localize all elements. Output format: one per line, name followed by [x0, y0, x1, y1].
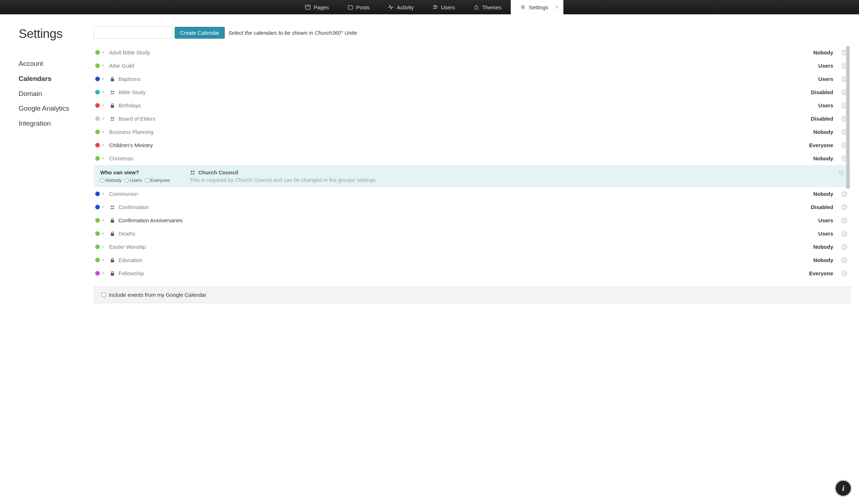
color-dot[interactable]: [95, 130, 100, 134]
calendar-name: Communion: [109, 191, 813, 197]
calendar-row[interactable]: ▾Children's MinistryEveryone: [94, 139, 850, 152]
color-dot[interactable]: [95, 143, 100, 147]
sidebar-item-domain[interactable]: Domain: [19, 89, 75, 98]
calendar-name: Business Planning: [109, 129, 813, 135]
remove-button[interactable]: [841, 191, 848, 197]
calendar-row[interactable]: ▾CommunionNobody: [94, 187, 850, 200]
color-dot[interactable]: [95, 50, 100, 55]
nav-pages[interactable]: Pages: [296, 0, 338, 14]
group-icon: [109, 90, 116, 95]
color-dot[interactable]: [95, 116, 100, 121]
calendar-name-input[interactable]: [94, 26, 173, 39]
color-dot[interactable]: [95, 205, 100, 209]
remove-button[interactable]: [841, 231, 848, 237]
sidebar-item-account[interactable]: Account: [19, 59, 75, 68]
calendar-row[interactable]: ▾Business PlanningNobody: [94, 125, 850, 139]
chevron-down-icon[interactable]: ▾: [102, 63, 104, 68]
sidebar-item-integration[interactable]: Integration: [19, 119, 75, 128]
close-tab-icon[interactable]: ✕: [555, 4, 559, 10]
page-icon: [305, 4, 311, 10]
chevron-down-icon[interactable]: ▾: [102, 143, 104, 147]
calendar-row[interactable]: ▾Easter WorshipNobody: [94, 240, 850, 253]
calendar-row[interactable]: ▾BirthdaysUsers: [94, 99, 850, 112]
chevron-down-icon[interactable]: ▾: [102, 116, 104, 121]
color-dot[interactable]: [95, 231, 100, 236]
calendar-row[interactable]: ▾Altar GuildUsers: [94, 59, 850, 72]
visibility-label: Nobody: [813, 129, 833, 135]
calendar-row[interactable]: ▾EducationNobody: [94, 253, 850, 267]
users-icon: [432, 4, 438, 10]
calendar-row[interactable]: ▾ChristmasNobody: [94, 152, 850, 165]
posts-icon: [348, 4, 353, 10]
content: Create Calendar Select the calendars to …: [75, 26, 859, 303]
calendar-name: Deaths: [118, 231, 818, 237]
top-nav: Pages Posts Activity Users Themes Settin…: [0, 0, 859, 14]
color-dot[interactable]: [95, 258, 100, 262]
who-can-view-title: Who can view?: [100, 169, 190, 175]
nav-users[interactable]: Users: [423, 0, 464, 14]
sidebar-item-calendars[interactable]: Calendars: [19, 74, 75, 83]
who-option-everyone[interactable]: Everyone: [145, 178, 170, 183]
who-can-view-options: Nobody Users Everyone: [100, 178, 190, 183]
calendar-row[interactable]: ▾Board of EldersDisabled: [94, 112, 850, 125]
calendar-name: Altar Guild: [109, 63, 818, 69]
lock-icon: [109, 271, 116, 276]
calendar-row[interactable]: ▾Adult Bible StudyNobody: [94, 46, 850, 59]
nav-themes[interactable]: Themes: [464, 0, 511, 14]
chevron-down-icon[interactable]: ▾: [102, 244, 104, 249]
chevron-down-icon[interactable]: ▾: [102, 103, 104, 108]
scrollbar[interactable]: [846, 46, 850, 189]
lock-icon: [109, 231, 116, 236]
chevron-down-icon[interactable]: ▾: [102, 192, 104, 196]
chevron-down-icon[interactable]: ▾: [102, 156, 104, 161]
chevron-down-icon[interactable]: ▾: [102, 77, 104, 81]
remove-button[interactable]: [841, 257, 848, 263]
calendar-name: Board of Elders: [118, 116, 811, 122]
chevron-down-icon[interactable]: ▾: [102, 258, 104, 262]
color-dot[interactable]: [95, 103, 100, 108]
color-dot[interactable]: [95, 244, 100, 249]
chevron-down-icon[interactable]: ▾: [102, 231, 104, 236]
remove-button[interactable]: [841, 204, 848, 210]
calendar-name: Confirmation Anniversaries: [118, 217, 818, 223]
remove-button[interactable]: [841, 217, 848, 224]
nav-label: Posts: [356, 4, 370, 10]
color-dot[interactable]: [95, 90, 100, 94]
color-dot[interactable]: [95, 63, 100, 68]
calendar-row[interactable]: ▾DeathsUsers: [94, 227, 850, 240]
chevron-down-icon[interactable]: ▾: [102, 90, 104, 94]
color-dot[interactable]: [95, 156, 100, 161]
remove-button[interactable]: [841, 244, 848, 250]
chevron-down-icon[interactable]: ▾: [102, 218, 104, 223]
nav-settings[interactable]: Settings ✕: [511, 0, 563, 14]
color-dot[interactable]: [95, 192, 100, 196]
color-dot[interactable]: [95, 218, 100, 223]
calendar-row[interactable]: ▾BaptismsUsers: [94, 72, 850, 86]
calendar-row[interactable]: ▾ConfirmationDisabled: [94, 200, 850, 214]
include-gcal-checkbox[interactable]: [101, 292, 106, 297]
create-calendar-button[interactable]: Create Calendar: [175, 27, 225, 39]
color-dot[interactable]: [95, 77, 100, 81]
nav-activity[interactable]: Activity: [379, 0, 423, 14]
close-expanded-icon[interactable]: [838, 169, 845, 178]
nav-posts[interactable]: Posts: [338, 0, 379, 14]
who-option-users[interactable]: Users: [125, 178, 142, 183]
calendar-name: Adult Bible Study: [109, 49, 813, 55]
who-option-nobody[interactable]: Nobody: [100, 178, 122, 183]
color-dot[interactable]: [95, 271, 100, 276]
calendar-row[interactable]: ▾FellowshipEveryone: [94, 267, 850, 280]
lock-icon: [109, 77, 116, 82]
chevron-down-icon[interactable]: ▾: [102, 50, 104, 55]
chevron-down-icon[interactable]: ▾: [102, 130, 104, 134]
calendar-name: Easter Worship: [109, 244, 813, 250]
themes-icon: [474, 4, 479, 10]
remove-button[interactable]: [841, 270, 848, 277]
calendar-row[interactable]: ▾Bible StudyDisabled: [94, 86, 850, 99]
visibility-label: Users: [818, 76, 833, 82]
sidebar-item-google-analytics[interactable]: Google Analytics: [19, 104, 75, 113]
chevron-down-icon[interactable]: ▾: [102, 205, 104, 209]
calendar-list: ▾Adult Bible StudyNobody▾Altar GuildUser…: [94, 46, 850, 165]
include-gcal-label: Include events from my Google Calendar: [109, 292, 207, 298]
calendar-row[interactable]: ▾Confirmation AnniversariesUsers: [94, 214, 850, 227]
chevron-down-icon[interactable]: ▾: [102, 271, 104, 276]
